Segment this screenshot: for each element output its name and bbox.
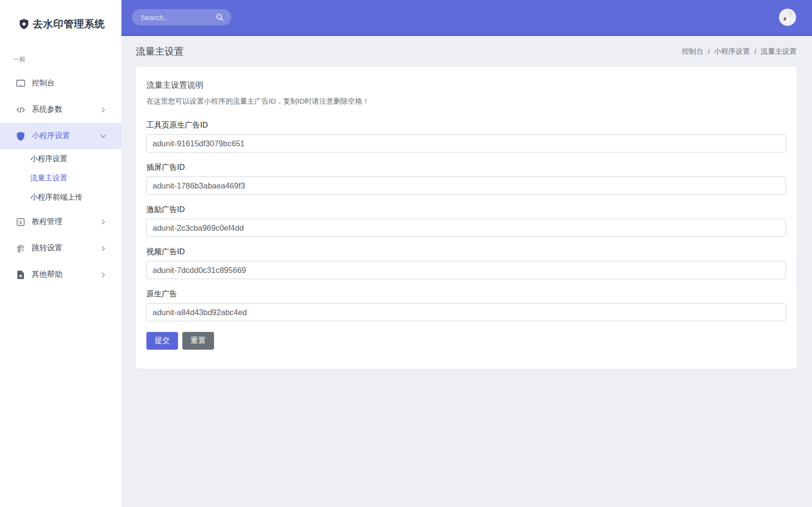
sidebar-menu: 控制台 系统参数 (0, 70, 121, 288)
sidebar-item-label: 教程管理 (32, 217, 99, 227)
app-root: 去水印管理系统 一般 控制台 (0, 0, 812, 507)
content: 流量主设置说明 在这里您可以设置小程序的流量主广告ID，复制ID时请注意删除空格… (121, 67, 812, 369)
search-icon[interactable] (215, 12, 225, 22)
field-label: 插屏广告ID (146, 163, 786, 172)
app-title: 去水印管理系统 (33, 17, 105, 31)
sidebar-subitem-miniprogram-settings[interactable]: 小程序设置 (0, 149, 121, 168)
sidebar-item-other-help[interactable]: 其他帮助 (0, 261, 121, 288)
breadcrumb-item-miniprogram-settings[interactable]: 小程序设置 (714, 47, 750, 56)
code-icon (15, 105, 26, 115)
breadcrumb: 控制台 / 小程序设置 / 流量主设置 (682, 47, 797, 56)
console-icon (15, 78, 26, 89)
file-code-icon (15, 270, 26, 280)
field-label: 视频广告ID (146, 247, 786, 257)
traffic-settings-card: 流量主设置说明 在这里您可以设置小程序的流量主广告ID，复制ID时请注意删除空格… (136, 67, 797, 369)
submit-button[interactable]: 提交 (146, 332, 178, 350)
video-ad-id-input[interactable] (146, 261, 786, 279)
sidebar-submenu: 小程序设置 流量主设置 小程序前端上传 (0, 149, 121, 209)
rewarded-ad-id-input[interactable] (146, 219, 786, 237)
chevron-right-icon (99, 245, 107, 252)
search-input[interactable] (141, 13, 215, 22)
chevron-right-icon (99, 271, 107, 279)
field-label: 工具页原生广告ID (146, 120, 786, 130)
topbar (121, 0, 812, 36)
button-row: 提交 重置 (146, 332, 786, 350)
field-video-ad: 视频广告ID (146, 247, 786, 279)
sidebar-section-label: 一般 (13, 55, 121, 63)
user-avatar[interactable] (779, 9, 796, 26)
sidebar-item-console[interactable]: 控制台 (0, 70, 121, 96)
sidebar-subitem-label: 流量主设置 (30, 173, 68, 183)
sidebar-item-tutorial-management[interactable]: $ 教程管理 (0, 209, 121, 235)
sidebar-subitem-label: 小程序设置 (30, 154, 68, 164)
sidebar-item-label: 小程序设置 (32, 131, 99, 141)
chevron-right-icon (99, 218, 107, 226)
native-ad-id-input[interactable] (146, 303, 786, 321)
shield-star-logo-icon (18, 18, 30, 30)
sidebar-item-label: 其他帮助 (32, 270, 99, 280)
breadcrumb-separator: / (708, 47, 710, 56)
field-interstitial-ad: 插屏广告ID (146, 163, 786, 195)
field-rewarded-ad: 激励广告ID (146, 205, 786, 237)
breadcrumb-item-current: 流量主设置 (761, 47, 797, 56)
card-description: 在这里您可以设置小程序的流量主广告ID，复制ID时请注意删除空格！ (146, 96, 786, 106)
app-logo: 去水印管理系统 (0, 0, 121, 31)
field-tool-native-ad: 工具页原生广告ID (146, 120, 786, 153)
breadcrumb-item-console[interactable]: 控制台 (682, 47, 704, 56)
field-label: 原生广告 (146, 289, 786, 299)
sidebar-subitem-traffic-settings[interactable]: 流量主设置 (0, 168, 121, 188)
sidebar-item-label: 控制台 (32, 78, 107, 88)
breadcrumb-separator: / (754, 47, 756, 56)
shield-icon (15, 131, 26, 141)
svg-text:$: $ (19, 219, 22, 224)
sidebar-item-label: 系统参数 (32, 105, 99, 115)
sidebar: 去水印管理系统 一般 控制台 (0, 0, 121, 507)
sidebar-subitem-label: 小程序前端上传 (30, 192, 83, 202)
field-native-ad: 原生广告 (146, 289, 786, 321)
interstitial-ad-id-input[interactable] (146, 177, 786, 195)
sidebar-subitem-frontend-upload[interactable]: 小程序前端上传 (0, 188, 121, 207)
sidebar-item-system-params[interactable]: 系统参数 (0, 96, 121, 123)
dollar-square-icon: $ (15, 217, 26, 227)
chevron-down-icon (99, 132, 107, 140)
page-header: 流量主设置 控制台 / 小程序设置 / 流量主设置 (121, 36, 812, 67)
fingerprint-icon (15, 243, 26, 254)
sidebar-item-redirect-settings[interactable]: 跳转设置 (0, 235, 121, 261)
sidebar-item-miniprogram-settings[interactable]: 小程序设置 (0, 123, 121, 149)
card-heading: 流量主设置说明 (146, 80, 786, 91)
page-title: 流量主设置 (136, 45, 184, 58)
main-area: 流量主设置 控制台 / 小程序设置 / 流量主设置 流量主设置说明 在这里您可以… (121, 0, 812, 507)
sidebar-item-label: 跳转设置 (32, 243, 99, 253)
tool-native-ad-id-input[interactable] (146, 134, 786, 153)
search-bar (132, 9, 231, 25)
reset-button[interactable]: 重置 (182, 332, 214, 350)
chevron-right-icon (99, 106, 107, 114)
field-label: 激励广告ID (146, 205, 786, 214)
